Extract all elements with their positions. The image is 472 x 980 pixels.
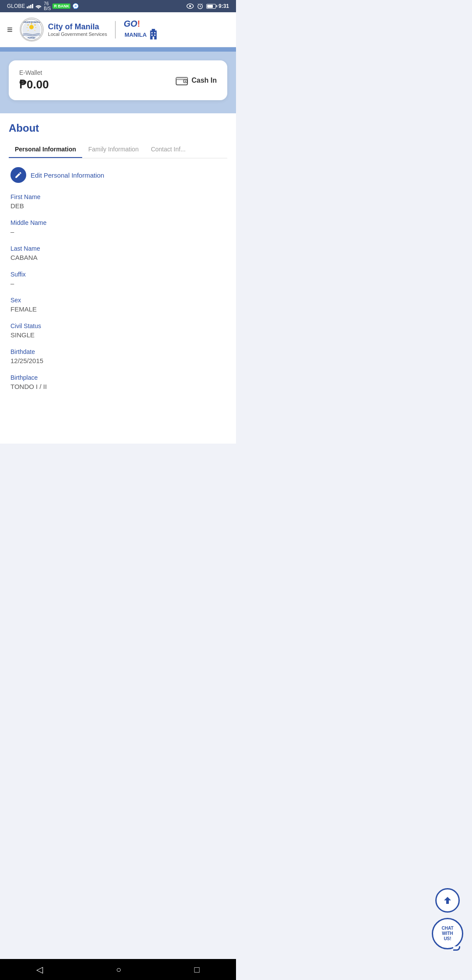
city-name-label: City of Manila <box>48 22 107 32</box>
tab-family-information[interactable]: Family Information <box>82 141 145 158</box>
eye-icon <box>186 3 194 9</box>
svg-rect-22 <box>154 32 155 33</box>
header: ≡ ★ ★ ★ <box>0 12 236 47</box>
exclaim: ! <box>137 19 140 28</box>
rbank-badge: R BANK <box>52 4 70 9</box>
edit-personal-info-button[interactable]: Edit Personal Information <box>10 167 226 183</box>
city-info: City of Manila Local Government Services <box>48 22 107 37</box>
tab-personal-information[interactable]: Personal Information <box>9 141 82 158</box>
field-label-civil-status: Civil Status <box>10 322 226 329</box>
logo-text: City of Manila Local Government Services… <box>48 19 158 40</box>
field-label-sex: Sex <box>10 297 226 304</box>
field-civil-status: Civil Status SINGLE <box>10 322 226 339</box>
menu-button[interactable]: ≡ <box>7 25 13 35</box>
wallet-card: E-Wallet ₱0.00 Cash In <box>9 60 227 100</box>
about-section: About Personal Information Family Inform… <box>0 113 236 444</box>
field-middle-name: Middle Name – <box>10 219 226 235</box>
header-divider <box>115 21 116 38</box>
field-label-birthplace: Birthplace <box>10 374 226 381</box>
field-label-first-name: First Name <box>10 193 226 200</box>
field-birthplace: Birthplace TONDO I / II <box>10 374 226 390</box>
field-label-last-name: Last Name <box>10 245 226 252</box>
go-manila-logo: GO! MANILA <box>124 19 158 40</box>
cash-in-label: Cash In <box>191 77 217 84</box>
svg-point-6 <box>29 25 34 29</box>
field-value-birthplace: TONDO I / II <box>10 383 226 390</box>
field-sex: Sex FEMALE <box>10 297 226 313</box>
city-seal: ★ ★ ★ PILIPINAS LUNGSOD NG MAYNILA <box>20 18 44 42</box>
svg-rect-23 <box>151 35 153 36</box>
field-value-civil-status: SINGLE <box>10 331 226 339</box>
wifi-icon <box>35 4 42 9</box>
field-last-name: Last Name CABANA <box>10 245 226 261</box>
field-value-last-name: CABANA <box>10 254 226 261</box>
field-suffix: Suffix – <box>10 271 226 287</box>
blue-band <box>0 47 236 52</box>
about-title: About <box>9 122 227 134</box>
status-right: 9:31 <box>186 3 229 10</box>
field-label-birthdate: Birthdate <box>10 348 226 355</box>
svg-text:PILIPINAS: PILIPINAS <box>28 37 36 39</box>
svg-rect-21 <box>151 32 153 33</box>
svg-rect-24 <box>154 35 155 36</box>
field-value-suffix: – <box>10 280 226 287</box>
logo-area: ★ ★ ★ PILIPINAS LUNGSOD NG MAYNILA City … <box>20 18 158 42</box>
time-display: 9:31 <box>219 3 229 9</box>
pencil-icon <box>14 171 22 179</box>
wallet-balance: ₱0.00 <box>19 78 49 91</box>
svg-rect-20 <box>152 29 155 32</box>
field-value-sex: FEMALE <box>10 305 226 313</box>
wallet-area: E-Wallet ₱0.00 Cash In <box>0 52 236 113</box>
alarm-icon <box>197 3 204 10</box>
wallet-label: E-Wallet <box>19 69 49 76</box>
field-value-middle-name: – <box>10 228 226 235</box>
edit-icon-circle <box>10 167 26 183</box>
go-manila-text: GO! MANILA <box>124 19 158 40</box>
tabs-container: Personal Information Family Information … <box>9 141 227 158</box>
field-label-suffix: Suffix <box>10 271 226 278</box>
info-content: Edit Personal Information First Name DEB… <box>9 158 227 444</box>
field-label-middle-name: Middle Name <box>10 219 226 226</box>
signal-bars <box>27 4 33 8</box>
cash-in-button[interactable]: Cash In <box>176 76 217 85</box>
network-speed: 76B/S <box>44 1 51 11</box>
svg-point-2 <box>189 5 191 7</box>
wallet-icon <box>176 76 188 85</box>
field-birthdate: Birthdate 12/25/2015 <box>10 348 226 364</box>
svg-text:LUNGSOD NG MAYNILA: LUNGSOD NG MAYNILA <box>23 21 41 23</box>
field-value-first-name: DEB <box>10 202 226 210</box>
wallet-info: E-Wallet ₱0.00 <box>19 69 49 91</box>
seal-svg: ★ ★ ★ PILIPINAS LUNGSOD NG MAYNILA <box>21 19 42 41</box>
field-first-name: First Name DEB <box>10 193 226 210</box>
status-left: GLOBE 76B/S R BANK <box>7 1 79 11</box>
svg-point-29 <box>185 80 186 82</box>
go-text: GO <box>124 19 137 28</box>
edit-label: Edit Personal Information <box>31 172 104 179</box>
status-bar: GLOBE 76B/S R BANK <box>0 0 236 12</box>
tab-contact-information[interactable]: Contact Inf... <box>145 141 191 158</box>
manila-label: MANILA <box>125 32 147 38</box>
svg-rect-25 <box>153 37 154 40</box>
city-subtitle: Local Government Services <box>48 32 107 37</box>
carrier-label: GLOBE <box>7 3 25 9</box>
building-icon <box>149 29 158 40</box>
battery-icon <box>206 4 216 9</box>
field-value-birthdate: 12/25/2015 <box>10 357 226 364</box>
messenger-icon <box>72 3 79 10</box>
